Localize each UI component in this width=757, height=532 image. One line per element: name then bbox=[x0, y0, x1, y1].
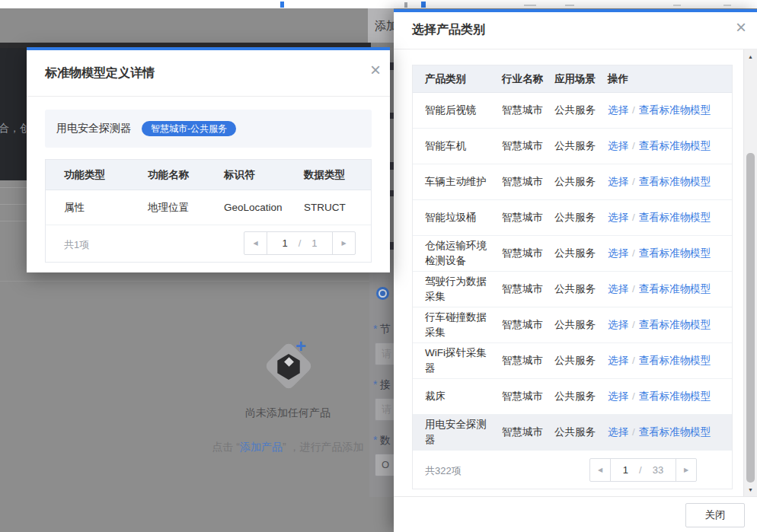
divider bbox=[0, 204, 27, 205]
view-standard-model-link[interactable]: 查看标准物模型 bbox=[639, 212, 711, 223]
current-page: 1 bbox=[623, 464, 628, 476]
view-standard-model-link[interactable]: 查看标准物模型 bbox=[639, 140, 711, 151]
next-page-icon[interactable]: ▶ bbox=[332, 232, 355, 254]
clipped-toolbar-strip bbox=[0, 0, 757, 8]
pagination-row: 共322项 ◀ 1 / 33 ▶ bbox=[413, 451, 732, 489]
category-table-header: 产品类别行业名称应用场景操作 bbox=[413, 65, 732, 93]
select-link[interactable]: 选择 bbox=[608, 426, 628, 438]
industry-cell: 智慧城市 bbox=[502, 389, 554, 404]
clipped-fragment bbox=[404, 2, 407, 8]
select-link[interactable]: 选择 bbox=[608, 247, 628, 259]
actions-cell: 选择/查看标准物模型 bbox=[608, 282, 732, 297]
category-cell: 仓储运输环境检测设备 bbox=[425, 238, 502, 269]
category-cell: 智能后视镜 bbox=[425, 103, 502, 118]
action-separator: / bbox=[632, 247, 635, 259]
scene-cell: 公共服务 bbox=[554, 282, 608, 297]
industry-cell: 智慧城市 bbox=[502, 317, 554, 333]
page-separator: / bbox=[639, 464, 642, 476]
add-product-link[interactable]: 添加产品 bbox=[240, 441, 283, 453]
scroll-down-icon[interactable]: ▼ bbox=[744, 487, 757, 492]
table-cell: STRUCT bbox=[304, 202, 371, 213]
select-link[interactable]: 选择 bbox=[608, 140, 628, 151]
dimmed-page-header bbox=[0, 8, 371, 43]
select-link[interactable]: 选择 bbox=[608, 283, 628, 295]
form-label-data-format: *数 bbox=[373, 434, 394, 448]
industry-cell: 智慧城市 bbox=[502, 246, 554, 261]
scrollbar-thumb[interactable] bbox=[746, 153, 755, 483]
clipped-fragment bbox=[565, 5, 574, 6]
required-mark: * bbox=[373, 434, 377, 446]
category-cell: 智能车机 bbox=[425, 139, 502, 154]
close-icon[interactable]: × bbox=[736, 18, 746, 37]
select-link[interactable]: 选择 bbox=[608, 176, 628, 187]
category-table-row: 智能垃圾桶智慧城市公共服务选择/查看标准物模型 bbox=[413, 200, 732, 236]
industry-cell: 智慧城市 bbox=[502, 425, 554, 440]
view-standard-model-link[interactable]: 查看标准物模型 bbox=[639, 319, 711, 330]
category-table-row: 智能车机智慧城市公共服务选择/查看标准物模型 bbox=[413, 129, 732, 164]
actions-cell: 选择/查看标准物模型 bbox=[608, 210, 732, 225]
hint-suffix: ” ，进行产品添加 bbox=[283, 441, 364, 453]
actions-cell: 选择/查看标准物模型 bbox=[608, 139, 732, 154]
total-count: 共1项 bbox=[64, 238, 89, 252]
select-link[interactable]: 选择 bbox=[608, 355, 628, 366]
dialog-title: 标准物模型定义详情 bbox=[45, 65, 155, 81]
select-category-drawer: 选择产品类别 × 产品类别行业名称应用场景操作 智能后视镜智慧城市公共服务选择/… bbox=[394, 9, 757, 532]
view-standard-model-link[interactable]: 查看标准物模型 bbox=[639, 247, 711, 259]
category-cell: WiFi探针采集器 bbox=[425, 346, 502, 376]
column-header: 功能类型 bbox=[64, 168, 148, 182]
clipped-fragment bbox=[673, 5, 681, 6]
select-link[interactable]: 选择 bbox=[608, 104, 628, 116]
required-mark: * bbox=[373, 378, 377, 390]
actions-cell: 选择/查看标准物模型 bbox=[608, 317, 732, 333]
industry-cell: 智慧城市 bbox=[502, 210, 554, 225]
column-header: 标识符 bbox=[224, 168, 304, 182]
divider bbox=[27, 96, 390, 97]
select-link[interactable]: 选择 bbox=[608, 319, 628, 330]
category-table-row: 行车碰撞数据采集智慧城市公共服务选择/查看标准物模型 bbox=[413, 307, 732, 343]
prev-page-icon[interactable]: ◀ bbox=[590, 459, 611, 481]
standard-model-detail-dialog: 标准物模型定义详情 × 用电安全探测器 智慧城市-公共服务 功能类型功能名称标识… bbox=[27, 47, 390, 272]
scene-cell: 公共服务 bbox=[554, 174, 608, 190]
view-standard-model-link[interactable]: 查看标准物模型 bbox=[639, 426, 711, 438]
scene-cell: 公共服务 bbox=[554, 246, 608, 261]
category-table-row: 裁床智慧城市公共服务选择/查看标准物模型 bbox=[413, 379, 732, 415]
total-pages: 33 bbox=[653, 464, 663, 476]
drawer-footer: 关闭 bbox=[394, 496, 757, 532]
close-icon[interactable]: × bbox=[370, 61, 381, 79]
view-standard-model-link[interactable]: 查看标准物模型 bbox=[639, 176, 711, 187]
industry-cell: 智慧城市 bbox=[502, 353, 554, 368]
prev-page-icon[interactable]: ◀ bbox=[244, 232, 267, 254]
clipped-fragment bbox=[723, 5, 731, 6]
scrollbar[interactable]: ▲ ▼ bbox=[743, 49, 757, 497]
category-cell: 智能垃圾桶 bbox=[425, 210, 502, 225]
select-link[interactable]: 选择 bbox=[608, 390, 628, 402]
view-standard-model-link[interactable]: 查看标准物模型 bbox=[639, 390, 711, 402]
close-button[interactable]: 关闭 bbox=[685, 503, 745, 527]
sidebar-text-fragment: 合，创 bbox=[0, 122, 27, 135]
category-cell: 用电安全探测器 bbox=[425, 417, 502, 448]
next-page-icon[interactable]: ▶ bbox=[676, 459, 696, 481]
view-standard-model-link[interactable]: 查看标准物模型 bbox=[639, 283, 711, 295]
select-link[interactable]: 选择 bbox=[608, 212, 628, 223]
category-badge: 智慧城市-公共服务 bbox=[142, 121, 236, 136]
radio-button-selected[interactable] bbox=[376, 287, 389, 300]
category-cell: 裁床 bbox=[425, 389, 502, 404]
product-info-box: 用电安全探测器 智慧城市-公共服务 bbox=[45, 110, 372, 148]
action-separator: / bbox=[632, 104, 635, 116]
pagination: ◀ 1 / 1 ▶ bbox=[244, 231, 356, 255]
view-standard-model-link[interactable]: 查看标准物模型 bbox=[639, 104, 711, 116]
scroll-up-icon[interactable]: ▲ bbox=[744, 54, 757, 59]
drawer-header: 选择产品类别 × bbox=[394, 12, 757, 49]
column-header: 功能名称 bbox=[148, 168, 224, 182]
view-standard-model-link[interactable]: 查看标准物模型 bbox=[639, 355, 711, 366]
category-table-row: 用电安全探测器智慧城市公共服务选择/查看标准物模型 bbox=[413, 415, 732, 451]
page-indicator: 1 / 1 bbox=[267, 232, 332, 254]
industry-cell: 智慧城市 bbox=[502, 103, 554, 118]
divider bbox=[0, 187, 27, 188]
category-table-row: WiFi探针采集器智慧城市公共服务选择/查看标准物模型 bbox=[413, 343, 732, 379]
product-name: 用电安全探测器 bbox=[56, 122, 131, 135]
current-page: 1 bbox=[282, 237, 287, 249]
actions-cell: 选择/查看标准物模型 bbox=[608, 353, 732, 368]
scene-cell: 公共服务 bbox=[554, 139, 608, 154]
function-table-header: 功能类型功能名称标识符数据类型 bbox=[46, 160, 371, 190]
